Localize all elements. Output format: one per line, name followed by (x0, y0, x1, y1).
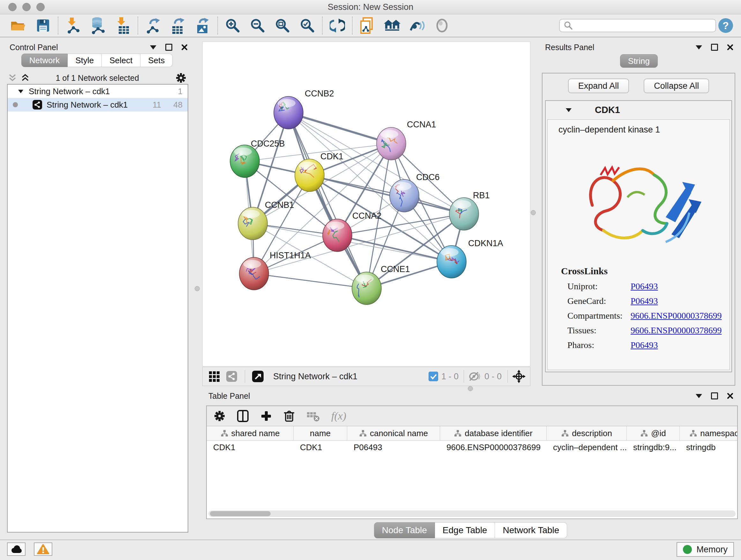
save-session-button[interactable] (30, 16, 56, 36)
column-header--id[interactable]: @id (627, 426, 680, 440)
export-table-button[interactable] (165, 16, 190, 36)
table-options-gear-icon[interactable] (214, 410, 225, 422)
import-network-file-button[interactable] (61, 16, 85, 36)
collapse-all-icon[interactable] (8, 73, 17, 82)
network-node-cdk1[interactable]: CDK1 (295, 152, 343, 192)
string-home-button[interactable] (380, 16, 405, 36)
close-panel-icon[interactable] (181, 44, 188, 51)
export-network-button[interactable] (140, 16, 165, 36)
node-label: CDC6 (416, 172, 440, 182)
network-node-ccne1[interactable]: CCNE1 (352, 264, 410, 305)
tab-network-table[interactable]: Network Table (495, 522, 567, 538)
tab-network[interactable]: Network (21, 54, 68, 67)
network-node-ccnb1[interactable]: CCNB1 (238, 200, 294, 240)
clone-network-button[interactable] (355, 16, 380, 36)
table-cell[interactable]: stringdb:9... (627, 441, 680, 454)
open-session-button[interactable] (6, 16, 30, 36)
close-panel-icon[interactable] (727, 393, 733, 399)
detach-view-icon[interactable] (252, 371, 264, 382)
import-table-file-button[interactable] (111, 16, 135, 36)
expand-all-icon[interactable] (21, 73, 29, 82)
crosslink-link[interactable]: P06493 (630, 296, 658, 306)
table-cell[interactable]: cyclin–dependent ... (547, 441, 627, 454)
close-panel-icon[interactable] (727, 44, 733, 51)
search-field[interactable] (559, 19, 716, 32)
gene-section-header[interactable]: CDK1 (546, 101, 731, 119)
apply-layout-button[interactable] (325, 16, 350, 36)
share-view-icon[interactable] (226, 371, 237, 382)
panel-menu-icon[interactable] (150, 45, 156, 50)
panel-menu-icon[interactable] (696, 45, 702, 50)
create-column-icon[interactable] (260, 410, 272, 422)
database-import-icon (89, 17, 107, 35)
grid-view-icon[interactable] (208, 371, 220, 382)
tab-string[interactable]: String (620, 54, 658, 68)
crosslink-link[interactable]: 9606.ENSP00000378699 (630, 325, 722, 335)
help-button[interactable]: ? (716, 16, 735, 36)
column-header-database-identifier[interactable]: database identifier (440, 426, 547, 440)
left-splitter-handle[interactable] (195, 286, 200, 291)
tab-edge-table[interactable]: Edge Table (435, 522, 495, 538)
table-row[interactable]: CDK1CDK1P064939606.ENSP00000378699cyclin… (207, 441, 737, 454)
zoom-fit-button[interactable] (270, 16, 295, 36)
expand-all-button[interactable]: Expand All (568, 78, 629, 93)
import-network-database-button[interactable] (85, 16, 111, 36)
collapse-all-button[interactable]: Collapse All (644, 78, 709, 93)
table-cell[interactable]: CDK1 (293, 441, 347, 454)
network-node-rb1[interactable]: RB1 (449, 191, 490, 230)
tab-node-table[interactable]: Node Table (374, 522, 435, 538)
crosslink-link[interactable]: P06493 (630, 281, 658, 292)
zoom-in-button[interactable] (220, 16, 245, 36)
network-row[interactable]: String Network – cdk1 11 48 (8, 98, 188, 111)
network-view-title: String Network – cdk1 (273, 372, 357, 381)
right-splitter-handle[interactable] (531, 210, 536, 215)
crosslink-row: Uniprot:P06493 (548, 279, 730, 294)
show-columns-icon[interactable] (237, 410, 249, 422)
network-options-gear-icon[interactable] (176, 72, 186, 83)
table-cell[interactable]: 9606.ENSP00000378699 (440, 441, 547, 454)
string-labels-button[interactable] (429, 16, 455, 36)
node-gloss-highlight (278, 99, 295, 107)
network-collection-row[interactable]: String Network – cdk1 1 (8, 84, 188, 98)
float-panel-icon[interactable] (711, 44, 718, 51)
zoom-out-button[interactable] (245, 16, 270, 36)
crosslink-link[interactable]: 9606.ENSP00000378699 (630, 311, 722, 321)
node-gloss-highlight (242, 210, 260, 218)
section-expander-icon[interactable] (565, 108, 572, 112)
crosslink-link[interactable]: P06493 (630, 340, 658, 350)
panel-menu-icon[interactable] (696, 394, 702, 398)
float-panel-icon[interactable] (711, 392, 718, 399)
main-toolbar: ? (0, 14, 741, 37)
tab-sets[interactable]: Sets (140, 54, 173, 67)
tab-style[interactable]: Style (68, 54, 102, 67)
network-graph[interactable]: CCNB2CCNA1CDC25BCDK1CDC6RB1CCNB1CCNA2CDK… (203, 42, 530, 366)
search-input[interactable] (572, 20, 712, 31)
column-header-shared-name[interactable]: shared name (207, 426, 293, 440)
results-panel: Results Panel String Expand All Collapse… (540, 42, 738, 386)
float-panel-icon[interactable] (165, 44, 172, 51)
network-node-hist1h1a[interactable]: HIST1H1A (239, 251, 311, 290)
memory-button[interactable]: Memory (677, 542, 734, 557)
network-node-cdkn1a[interactable]: CDKN1A (437, 239, 503, 278)
birdseye-toggle-icon[interactable] (512, 370, 526, 383)
table-cell[interactable]: stringdb (680, 441, 737, 454)
tab-select[interactable]: Select (102, 54, 140, 67)
table-cell[interactable]: CDK1 (207, 441, 293, 454)
column-header-namespace[interactable]: namespace (680, 426, 737, 440)
column-header-description[interactable]: description (547, 426, 627, 440)
export-image-button[interactable] (190, 16, 215, 36)
network-canvas[interactable]: CCNB2CCNA1CDC25BCDK1CDC6RB1CCNB1CCNA2CDK… (202, 42, 530, 367)
cloud-status-button[interactable] (7, 543, 25, 556)
warnings-button[interactable] (34, 543, 52, 556)
collection-expander-icon[interactable] (18, 89, 23, 94)
network-node-ccna1[interactable]: CCNA1 (377, 120, 436, 160)
delete-column-icon[interactable] (283, 410, 295, 422)
zoom-selected-button[interactable] (295, 16, 320, 36)
column-header-canonical-name[interactable]: canonical name (347, 426, 440, 440)
scrollbar-handle[interactable] (210, 511, 271, 516)
table-cell[interactable]: P06493 (347, 441, 440, 454)
column-header-name[interactable]: name (293, 426, 347, 440)
string-glass-effect-button[interactable] (405, 16, 429, 36)
table-horizontal-scrollbar[interactable] (208, 510, 736, 517)
selected-checkbox-icon[interactable] (428, 372, 438, 381)
